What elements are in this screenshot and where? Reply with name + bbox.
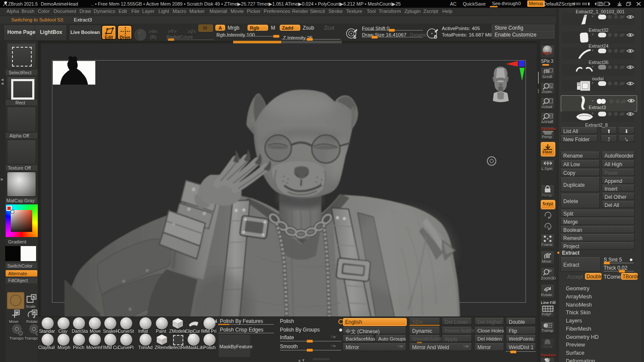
svg-text:2: 2 bbox=[547, 225, 549, 229]
svg-text:D: D bbox=[434, 35, 437, 40]
svg-text:S: S bbox=[33, 295, 35, 299]
svg-text:R: R bbox=[33, 310, 36, 315]
svg-text:3D: 3D bbox=[548, 269, 552, 272]
svg-text:M: M bbox=[15, 310, 19, 315]
svg-text:S: S bbox=[353, 35, 356, 40]
